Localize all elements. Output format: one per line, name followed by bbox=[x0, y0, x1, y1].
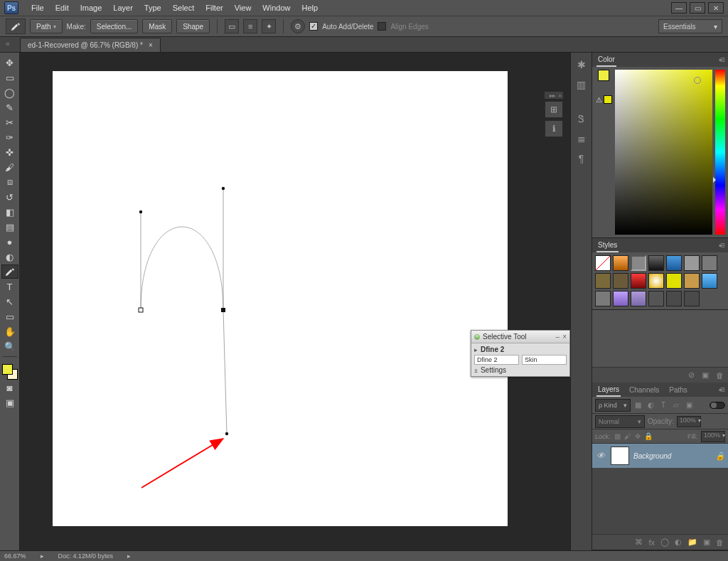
style-swatch[interactable] bbox=[595, 255, 611, 271]
lock-paint-icon[interactable]: 🖌 bbox=[624, 432, 631, 440]
menu-file[interactable]: File bbox=[26, 1, 50, 14]
make-selection-button[interactable]: Selection... bbox=[90, 19, 138, 33]
pen-tool[interactable] bbox=[1, 265, 18, 279]
character-panel-icon[interactable]: ≣ bbox=[574, 131, 589, 146]
layer-filter-kind[interactable]: ρ Kind▾ bbox=[595, 399, 631, 412]
color-spectrum[interactable] bbox=[615, 70, 712, 235]
style-swatch[interactable] bbox=[702, 255, 717, 271]
path-select-tool[interactable]: ↖ bbox=[1, 294, 18, 309]
filter-type-icon[interactable]: T bbox=[658, 400, 669, 411]
style-swatch[interactable] bbox=[648, 291, 664, 306]
spectrum-marker[interactable] bbox=[694, 77, 701, 84]
group-icon[interactable]: 📁 bbox=[687, 538, 697, 547]
style-swatch[interactable] bbox=[684, 291, 700, 306]
style-swatch[interactable] bbox=[684, 255, 700, 271]
stamp-tool[interactable]: ⧇ bbox=[1, 175, 18, 189]
make-mask-button[interactable]: Mask bbox=[142, 19, 172, 33]
filter-image-icon[interactable]: ▦ bbox=[632, 400, 643, 411]
tab-scroll-left-icon[interactable]: « bbox=[6, 40, 10, 48]
settings-toggle-icon[interactable]: ± bbox=[474, 367, 478, 374]
clear-style-icon[interactable]: ⊘ bbox=[688, 370, 695, 380]
shape-tool[interactable]: ▭ bbox=[1, 309, 18, 324]
plugin-dropdown-1[interactable]: Dfine 2 bbox=[474, 355, 519, 365]
blend-mode-dropdown[interactable]: Normal▾ bbox=[595, 415, 645, 428]
menu-image[interactable]: Image bbox=[75, 1, 108, 14]
menu-type[interactable]: Type bbox=[139, 1, 167, 14]
menu-view[interactable]: View bbox=[229, 1, 257, 14]
plugin-toggle-icon[interactable]: ▸ bbox=[474, 346, 478, 353]
gear-icon[interactable]: ⚙ bbox=[291, 19, 305, 33]
doc-arrow-icon[interactable]: ▸ bbox=[127, 552, 131, 560]
tool-mode-dropdown[interactable]: Path bbox=[30, 19, 63, 33]
marquee-tool[interactable]: ▭ bbox=[1, 70, 18, 85]
eyedropper-tool[interactable]: ✑ bbox=[1, 130, 18, 144]
hand-tool[interactable]: ✋ bbox=[1, 324, 18, 338]
quick-select-tool[interactable]: ✎ bbox=[1, 100, 18, 114]
foreground-swatch[interactable] bbox=[2, 364, 13, 375]
move-tool[interactable]: ✥ bbox=[1, 55, 18, 70]
style-swatch[interactable] bbox=[666, 255, 682, 271]
crop-tool[interactable]: ✂ bbox=[1, 115, 18, 129]
dock-close-icon[interactable]: × bbox=[558, 92, 562, 99]
style-swatch[interactable] bbox=[648, 273, 664, 289]
style-swatch[interactable] bbox=[666, 273, 682, 289]
workspace-dropdown[interactable]: Essentials▾ bbox=[658, 19, 722, 33]
style-swatch[interactable] bbox=[595, 291, 611, 306]
paragraph-panel-icon[interactable]: ¶ bbox=[574, 151, 589, 166]
lock-position-icon[interactable]: ✥ bbox=[635, 432, 641, 440]
filter-smart-icon[interactable]: ▣ bbox=[683, 400, 695, 411]
make-shape-button[interactable]: Shape bbox=[176, 19, 210, 33]
layers-tab[interactable]: Layers bbox=[596, 383, 621, 397]
canvas[interactable] bbox=[53, 71, 508, 526]
dodge-tool[interactable]: ◐ bbox=[1, 250, 18, 264]
style-swatch[interactable] bbox=[702, 273, 717, 289]
menu-window[interactable]: Window bbox=[257, 1, 296, 14]
delete-layer-icon[interactable]: 🗑 bbox=[716, 538, 724, 547]
style-swatch[interactable] bbox=[613, 255, 628, 271]
tab-close-icon[interactable]: × bbox=[149, 41, 153, 49]
filter-toggle[interactable] bbox=[710, 402, 725, 409]
filter-shape-icon[interactable]: ▱ bbox=[670, 400, 682, 411]
style-swatch[interactable] bbox=[631, 255, 646, 271]
new-style-icon[interactable]: ▣ bbox=[702, 370, 709, 380]
color-nearest-swatch[interactable] bbox=[604, 95, 612, 104]
menu-edit[interactable]: Edit bbox=[50, 1, 75, 14]
paths-tab[interactable]: Paths bbox=[668, 384, 689, 396]
lock-transparency-icon[interactable]: ▦ bbox=[614, 432, 621, 440]
style-swatch[interactable] bbox=[613, 291, 628, 306]
eraser-tool[interactable]: ◧ bbox=[1, 205, 18, 219]
style-swatch[interactable] bbox=[595, 273, 611, 289]
close-button[interactable]: ✕ bbox=[708, 2, 724, 14]
panel-menu-icon[interactable]: ▪≡ bbox=[719, 55, 724, 65]
plugin-dropdown-2[interactable]: Skin bbox=[522, 355, 567, 365]
fill-input[interactable]: 100% bbox=[701, 431, 725, 442]
minimize-button[interactable]: — bbox=[671, 2, 687, 14]
hue-slider[interactable] bbox=[715, 70, 725, 235]
panel-menu-icon[interactable]: ▪≡ bbox=[719, 385, 724, 395]
selective-tool-panel[interactable]: Selective Tool –× ▸Dfine 2 Dfine 2 Skin … bbox=[471, 330, 570, 377]
panel-close-icon[interactable]: × bbox=[562, 333, 567, 341]
auto-add-delete-checkbox[interactable]: ✓ bbox=[309, 22, 318, 31]
path-op-combine-icon[interactable]: ▭ bbox=[225, 19, 239, 33]
panel-minimize-icon[interactable]: – bbox=[556, 333, 560, 341]
history-brush-tool[interactable]: ↺ bbox=[1, 190, 18, 204]
delete-style-icon[interactable]: 🗑 bbox=[716, 371, 724, 380]
color-foreground-swatch[interactable] bbox=[598, 70, 609, 81]
style-swatch[interactable] bbox=[648, 255, 664, 271]
menu-layer[interactable]: Layer bbox=[107, 1, 139, 14]
maximize-button[interactable]: ▭ bbox=[690, 2, 705, 14]
menu-filter[interactable]: Filter bbox=[200, 1, 228, 14]
lock-all-icon[interactable]: 🔒 bbox=[644, 432, 653, 440]
visibility-icon[interactable]: 👁 bbox=[595, 451, 606, 461]
doc-size[interactable]: Doc: 4.12M/0 bytes bbox=[58, 552, 114, 560]
mini-info-icon[interactable]: ℹ bbox=[545, 120, 563, 137]
color-swatches[interactable] bbox=[2, 364, 18, 380]
mini-properties-icon[interactable]: ⊞ bbox=[545, 101, 563, 118]
style-swatch[interactable] bbox=[666, 291, 682, 306]
filter-adjust-icon[interactable]: ◐ bbox=[645, 400, 656, 411]
style-swatch[interactable] bbox=[684, 273, 700, 289]
type-tool[interactable]: T bbox=[1, 279, 18, 294]
zoom-arrow-icon[interactable]: ▸ bbox=[41, 552, 44, 560]
channels-tab[interactable]: Channels bbox=[628, 384, 660, 396]
history-panel-icon[interactable]: ✱ bbox=[574, 57, 589, 73]
